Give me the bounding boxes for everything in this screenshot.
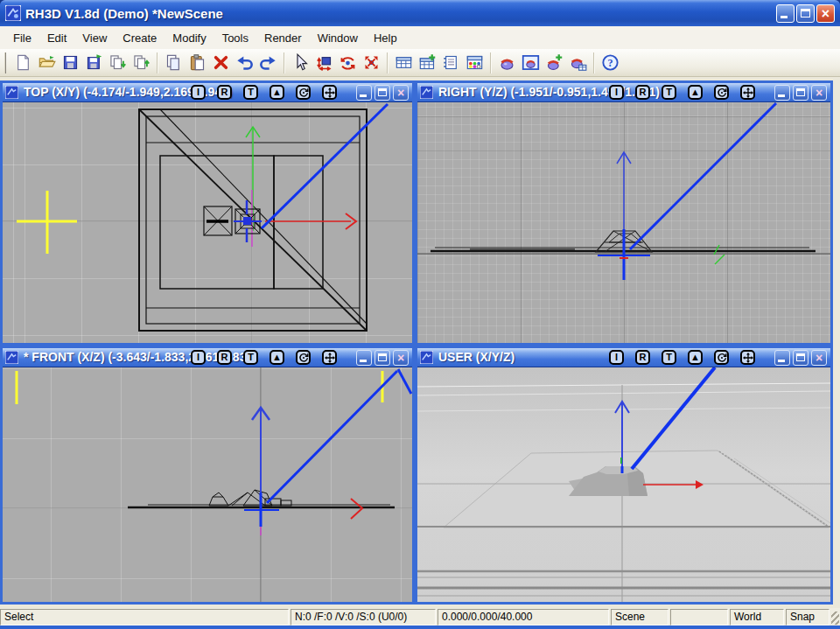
viewport-front-titlebar[interactable]: * FRONT (X/Z) (-3.643/-1.833,2.361/1.833…: [3, 348, 412, 367]
select-button[interactable]: [289, 51, 312, 74]
t-tool-button[interactable]: T: [243, 85, 258, 100]
help-button[interactable]: ?: [598, 51, 622, 74]
viewport-front: * FRONT (X/Z) (-3.643/-1.833,2.361/1.833…: [0, 346, 415, 605]
viewport-user-titlebar[interactable]: USER (X/Y/Z) IRT▲ ×: [417, 348, 830, 367]
i-tool-button[interactable]: I: [609, 85, 624, 100]
new-document-icon: [14, 53, 32, 72]
viewport-minimize-button[interactable]: [356, 85, 372, 101]
i-tool-button[interactable]: I: [191, 350, 206, 365]
viewport-close-button[interactable]: ×: [811, 350, 827, 366]
menu-item-help[interactable]: Help: [366, 28, 405, 48]
menu-item-edit[interactable]: Edit: [39, 28, 74, 48]
viewport-close-button[interactable]: ×: [393, 350, 409, 366]
mdi-client-area: TOP (X/Y) (-4.174/-1.949,2.169/1.949) IR…: [0, 77, 840, 608]
toolbar-separator: [593, 52, 595, 73]
i-tool-button[interactable]: I: [191, 85, 206, 100]
viewport-maximize-button[interactable]: [374, 350, 390, 366]
r-tool-button[interactable]: R: [217, 350, 232, 365]
maximize-icon: [801, 9, 810, 17]
viewport-minimize-button[interactable]: [356, 350, 372, 366]
close-button[interactable]: ×: [816, 4, 835, 23]
resize-grip[interactable]: [831, 612, 839, 625]
redo-button[interactable]: [256, 51, 280, 74]
viewport-top-titlebar[interactable]: TOP (X/Y) (-4.174/-1.949,2.169/1.949) IR…: [3, 83, 412, 102]
menu-item-view[interactable]: View: [74, 28, 115, 48]
paste-icon: [188, 53, 206, 72]
undo-button[interactable]: [233, 51, 256, 74]
zoom-tool-button[interactable]: ▲: [270, 85, 284, 100]
save-as-button[interactable]: [82, 51, 106, 74]
zoom-tool-button[interactable]: ▲: [688, 85, 703, 100]
main-titlebar[interactable]: RH3D V1.8d (Demo) *NewScene ×: [0, 0, 840, 26]
menu-item-create[interactable]: Create: [115, 28, 164, 48]
new-document-button[interactable]: [11, 51, 35, 74]
viewport-minimize-button[interactable]: [774, 350, 790, 366]
toolbar-grip[interactable]: [4, 52, 9, 73]
r-tool-button[interactable]: R: [635, 85, 650, 100]
rotate-view-button[interactable]: [714, 85, 729, 100]
menu-item-tools[interactable]: Tools: [214, 28, 256, 48]
pan-view-button[interactable]: [740, 85, 755, 100]
export-file-icon: [132, 53, 150, 72]
save-icon: [61, 53, 80, 72]
color-palette-button[interactable]: [463, 51, 486, 74]
viewport-right-canvas[interactable]: [417, 102, 830, 343]
viewport-front-canvas[interactable]: [3, 367, 412, 602]
menu-item-window[interactable]: Window: [310, 28, 366, 48]
maximize-button[interactable]: [796, 4, 815, 23]
viewport-top-canvas[interactable]: [3, 102, 412, 343]
import-file-button[interactable]: [106, 51, 130, 74]
render-config-button[interactable]: [566, 51, 590, 74]
save-button[interactable]: [59, 51, 82, 74]
table-add-button[interactable]: [416, 51, 439, 74]
zoom-tool-button[interactable]: ▲: [270, 350, 284, 365]
list-button[interactable]: [439, 51, 463, 74]
menu-item-file[interactable]: File: [5, 28, 39, 48]
status-bar: Select N:0 /F:0 /V:0 /S:0 (U0/0) 0.000/0…: [0, 608, 840, 626]
rotate-view-icon: [298, 353, 309, 363]
viewport-maximize-button[interactable]: [793, 350, 808, 366]
zoom-tool-button[interactable]: ▲: [688, 350, 703, 365]
rotate-view-button[interactable]: [296, 85, 311, 100]
delete-button[interactable]: [209, 51, 233, 74]
pan-view-button[interactable]: [740, 350, 755, 365]
table-add-icon: [418, 53, 437, 72]
rotate-tool-button[interactable]: [336, 51, 360, 74]
render-add-button[interactable]: [542, 51, 566, 74]
viewport-maximize-button[interactable]: [374, 85, 390, 101]
menu-item-render[interactable]: Render: [256, 28, 310, 48]
viewport-minimize-button[interactable]: [774, 85, 790, 101]
t-tool-button[interactable]: T: [243, 350, 258, 365]
rotate-view-button[interactable]: [714, 350, 729, 365]
move-tool-button[interactable]: [312, 51, 336, 74]
copy-button[interactable]: [162, 51, 186, 74]
i-tool-button[interactable]: I: [609, 350, 624, 365]
r-tool-button[interactable]: R: [217, 85, 232, 100]
close-icon: ×: [812, 86, 826, 100]
viewport-user-canvas[interactable]: [417, 367, 830, 602]
viewport-right-tools: IRT▲: [609, 85, 755, 100]
viewport-maximize-button[interactable]: [793, 85, 808, 101]
menu-item-modify[interactable]: Modify: [164, 28, 214, 48]
table-button[interactable]: [392, 51, 416, 74]
t-tool-button[interactable]: T: [662, 350, 676, 365]
open-folder-button[interactable]: [35, 51, 59, 74]
close-icon: ×: [394, 351, 408, 365]
t-tool-button[interactable]: T: [662, 85, 676, 100]
viewport-close-button[interactable]: ×: [393, 85, 409, 101]
pan-view-button[interactable]: [322, 85, 337, 100]
render-material-button[interactable]: [495, 51, 519, 74]
scale-tool-button[interactable]: [360, 51, 383, 74]
pan-view-button[interactable]: [322, 350, 337, 365]
export-file-button[interactable]: [130, 51, 153, 74]
render-view-button[interactable]: [519, 51, 542, 74]
minimize-button[interactable]: [776, 4, 794, 23]
rotate-view-icon: [298, 87, 309, 98]
toolbar: ?: [0, 49, 840, 77]
paste-button[interactable]: [186, 51, 209, 74]
rotate-view-button[interactable]: [296, 350, 311, 365]
r-tool-button[interactable]: R: [635, 350, 650, 365]
viewport-right-titlebar[interactable]: RIGHT (Y/Z) (-1.951/-0.951,1.491/1.951) …: [417, 83, 830, 102]
viewport-close-button[interactable]: ×: [811, 85, 827, 101]
menu-bar: FileEditViewCreateModifyToolsRenderWindo…: [0, 26, 840, 49]
